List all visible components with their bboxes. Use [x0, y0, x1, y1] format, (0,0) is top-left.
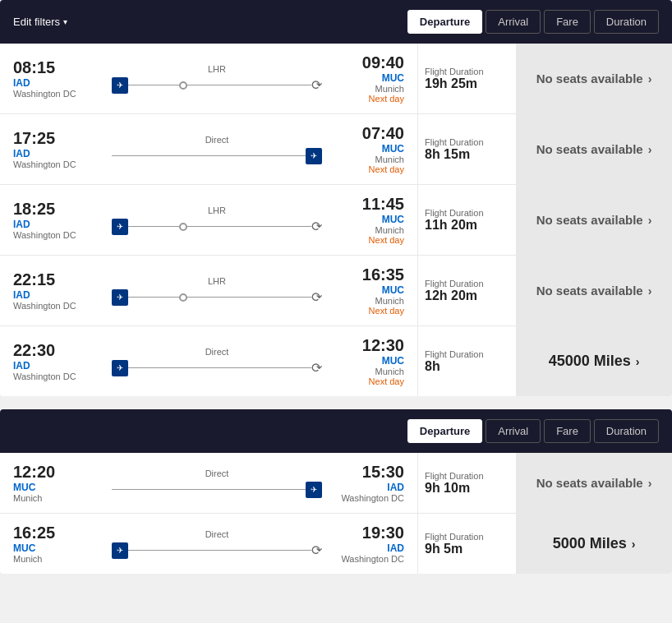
flight-duration: Flight Duration 12h 20m — [417, 256, 516, 325]
arrive-city: Washington DC — [330, 493, 404, 503]
duration-time: 9h 10m — [425, 481, 470, 496]
flight-action-cell[interactable]: No seats available › — [516, 114, 672, 184]
sort-btn-duration[interactable]: Duration — [594, 419, 659, 443]
depart-time: 18:25 — [13, 200, 104, 219]
route-line — [112, 489, 306, 490]
arrive-time: 12:30 — [330, 336, 404, 355]
depart-code: IAD — [13, 219, 104, 230]
transfer-icon: ⟳ — [311, 77, 322, 93]
sort-btn-arrival[interactable]: Arrival — [486, 419, 541, 443]
arrive-time: 11:45 — [330, 195, 404, 214]
flight-row: 12:20 MUC Munich Direct 15:30 IAD Washin… — [0, 453, 672, 514]
via-label: Direct — [205, 347, 229, 357]
flight-main: 16:25 MUC Munich Direct⟳ 19:30 IAD Washi… — [0, 514, 417, 574]
flight-duration: Flight Duration 8h — [417, 326, 516, 396]
route-stop-dot — [179, 293, 187, 302]
depart-city: Munich — [13, 493, 104, 503]
sort-btn-departure[interactable]: Departure — [407, 419, 482, 443]
flight-departure: 12:20 MUC Munich — [13, 463, 104, 503]
sort-buttons: DepartureArrivalFareDuration — [407, 10, 659, 34]
next-day-label: Next day — [330, 164, 404, 174]
section-header: Edit filters▾DepartureArrivalFareDuratio… — [0, 0, 672, 44]
duration-label: Flight Duration — [425, 67, 484, 76]
flight-action-cell[interactable]: 45000 Miles › — [516, 326, 672, 396]
arrive-time: 07:40 — [330, 124, 404, 143]
airline-badge-icon — [112, 219, 128, 235]
sort-btn-fare[interactable]: Fare — [544, 419, 591, 443]
arrive-city: Washington DC — [330, 554, 404, 564]
route-line-wrap: ⟳ — [112, 289, 322, 306]
flight-action-cell[interactable]: No seats available › — [516, 256, 672, 325]
flight-main: 18:25 IAD Washington DC LHR⟳ 11:45 MUC M… — [0, 185, 417, 255]
via-label: LHR — [208, 205, 226, 215]
flight-main: 22:30 IAD Washington DC Direct⟳ 12:30 MU… — [0, 326, 417, 396]
route-line — [128, 550, 311, 551]
flight-departure: 18:25 IAD Washington DC — [13, 200, 104, 240]
flight-row: 18:25 IAD Washington DC LHR⟳ 11:45 MUC M… — [0, 185, 672, 256]
via-label: LHR — [208, 64, 226, 74]
via-label: Direct — [205, 529, 229, 539]
flight-duration: Flight Duration 9h 5m — [417, 514, 516, 574]
flight-action-cell[interactable]: No seats available › — [516, 185, 672, 255]
via-label: Direct — [205, 135, 229, 145]
depart-city: Munich — [13, 554, 104, 564]
arrive-code: MUC — [330, 214, 404, 225]
chevron-right-icon: › — [648, 284, 652, 298]
flight-route: LHR⟳ — [104, 276, 330, 306]
chevron-right-icon: › — [648, 143, 652, 156]
flight-action-cell[interactable]: No seats available › — [516, 44, 672, 113]
flight-arrival: 15:30 IAD Washington DC — [330, 463, 404, 503]
flight-section: Edit filters▾DepartureArrivalFareDuratio… — [0, 0, 672, 396]
arrive-time: 15:30 — [330, 463, 404, 482]
flight-main: 17:25 IAD Washington DC Direct 07:40 MUC… — [0, 114, 417, 184]
flight-action-cell[interactable]: No seats available › — [516, 453, 672, 513]
airline-badge-icon — [306, 148, 322, 164]
route-line — [128, 367, 311, 368]
arrive-code: MUC — [330, 355, 404, 367]
flight-route: Direct — [104, 135, 330, 164]
chevron-right-icon: › — [648, 477, 652, 490]
no-seats-label: No seats available › — [536, 476, 652, 490]
depart-code: IAD — [13, 77, 104, 89]
flight-departure: 22:30 IAD Washington DC — [13, 341, 104, 381]
arrive-code: MUC — [330, 284, 404, 296]
flight-main: 22:15 IAD Washington DC LHR⟳ 16:35 MUC M… — [0, 256, 417, 325]
airline-badge-icon — [112, 289, 128, 306]
duration-label: Flight Duration — [425, 137, 484, 147]
duration-label: Flight Duration — [425, 471, 484, 481]
chevron-right-icon: › — [648, 72, 652, 85]
flight-arrival: 19:30 IAD Washington DC — [330, 524, 404, 564]
depart-code: IAD — [13, 148, 104, 159]
flight-action-cell[interactable]: 5000 Miles › — [516, 514, 672, 574]
depart-city: Washington DC — [13, 89, 104, 99]
route-line-wrap — [112, 482, 322, 498]
chevron-right-icon: › — [648, 214, 652, 227]
flight-arrival: 12:30 MUC Munich Next day — [330, 336, 404, 386]
depart-city: Washington DC — [13, 230, 104, 240]
chevron-right-icon: › — [636, 355, 640, 368]
arrive-time: 19:30 — [330, 524, 404, 542]
airline-badge-icon — [306, 482, 322, 498]
flight-departure: 17:25 IAD Washington DC — [13, 129, 104, 169]
flight-route: Direct⟳ — [104, 529, 330, 559]
depart-code: MUC — [13, 482, 104, 493]
airline-badge-icon — [112, 542, 128, 559]
depart-time: 08:15 — [13, 58, 104, 77]
sort-btn-departure[interactable]: Departure — [407, 10, 482, 34]
depart-code: IAD — [13, 360, 104, 371]
no-seats-label: No seats available › — [536, 213, 652, 227]
flight-main: 08:15 IAD Washington DC LHR⟳ 09:40 MUC M… — [0, 44, 417, 113]
sort-btn-fare[interactable]: Fare — [544, 10, 591, 34]
airline-badge-icon — [112, 77, 128, 94]
arrive-city: Munich — [330, 367, 404, 376]
edit-filters-button[interactable]: Edit filters▾ — [13, 16, 67, 28]
sort-btn-arrival[interactable]: Arrival — [486, 10, 541, 34]
sort-btn-duration[interactable]: Duration — [594, 10, 659, 34]
flight-duration: Flight Duration 19h 25m — [417, 44, 516, 113]
flight-section: DepartureArrivalFareDuration 12:20 MUC M… — [0, 409, 672, 574]
chevron-right-icon: › — [632, 538, 636, 551]
duration-time: 19h 25m — [425, 76, 477, 91]
miles-label: 45000 Miles › — [549, 353, 640, 370]
flight-route: Direct⟳ — [104, 347, 330, 376]
arrive-code: MUC — [330, 143, 404, 155]
